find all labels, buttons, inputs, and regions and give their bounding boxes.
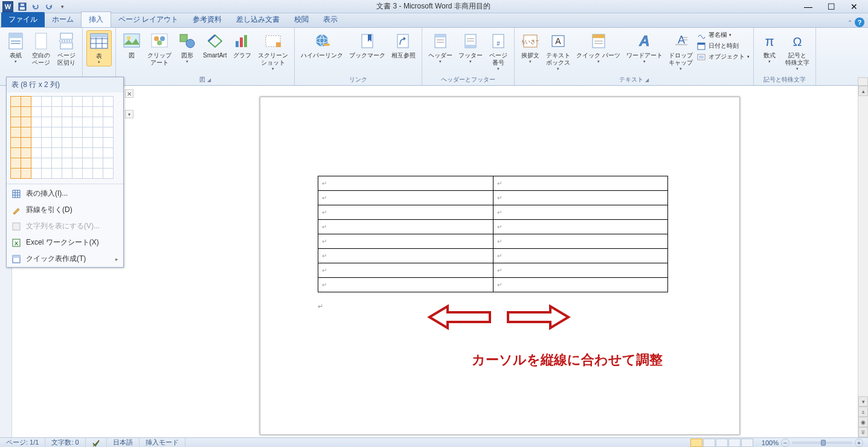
page-break-icon bbox=[57, 31, 76, 51]
svg-rect-5 bbox=[11, 40, 21, 42]
tab-file[interactable]: ファイル bbox=[1, 12, 45, 27]
draft-view-button[interactable] bbox=[741, 439, 753, 447]
zoom-in-button[interactable]: + bbox=[855, 439, 863, 447]
crossref-button[interactable]: 相互参照 bbox=[389, 30, 418, 60]
status-language[interactable]: 日本語 bbox=[107, 438, 140, 447]
undo-icon[interactable] bbox=[30, 1, 41, 12]
redo-icon[interactable] bbox=[43, 1, 54, 12]
greeting-button[interactable]: あいさつ挨拶文▾ bbox=[518, 30, 542, 65]
table-size-grid[interactable] bbox=[7, 92, 123, 182]
print-layout-view-button[interactable] bbox=[690, 439, 702, 447]
excel-worksheet-item[interactable]: XExcel ワークシート(X) bbox=[7, 234, 123, 251]
save-icon[interactable] bbox=[17, 1, 28, 12]
tab-home[interactable]: ホーム bbox=[45, 12, 81, 27]
status-page[interactable]: ページ: 1/1 bbox=[0, 438, 45, 447]
browse-object-icon[interactable]: ◉ bbox=[858, 417, 868, 427]
smartart-button[interactable]: SmartArt bbox=[201, 30, 229, 60]
textbox-icon: A bbox=[548, 31, 568, 51]
textbox-button[interactable]: Aテキスト ボックス▾ bbox=[544, 30, 573, 72]
equation-icon: π bbox=[760, 31, 779, 51]
header-button[interactable]: ヘッダー▾ bbox=[426, 30, 455, 65]
bookmark-button[interactable]: ブックマーク bbox=[347, 30, 388, 60]
svg-rect-25 bbox=[236, 41, 239, 47]
scroll-down-icon[interactable]: ▾ bbox=[858, 396, 868, 407]
symbol-button[interactable]: Ω記号と 特殊文字▾ bbox=[783, 30, 812, 72]
submenu-arrow-icon: ▸ bbox=[115, 256, 118, 262]
chart-button[interactable]: グラフ bbox=[230, 30, 254, 60]
hyperlink-icon bbox=[312, 31, 332, 51]
maximize-button[interactable]: ☐ bbox=[822, 1, 840, 12]
zoom-out-button[interactable]: − bbox=[781, 439, 789, 447]
scroll-up-icon[interactable]: ▴ bbox=[858, 86, 868, 96]
svg-text:#: # bbox=[497, 40, 501, 47]
blank-page-button[interactable]: 空白の ページ bbox=[29, 30, 53, 68]
quick-tables-item[interactable]: クイック表作成(T)▸ bbox=[7, 251, 123, 267]
screenshot-button[interactable]: スクリーン ショット▾ bbox=[256, 30, 291, 72]
status-insert-mode[interactable]: 挿入モード bbox=[140, 438, 185, 447]
titlebar: W ▾ 文書 3 - Microsoft Word 非商用目的 — ☐ ✕ bbox=[0, 0, 868, 13]
minimize-button[interactable]: — bbox=[799, 1, 817, 12]
tab-mailings[interactable]: 差し込み文書 bbox=[229, 12, 287, 27]
table-button[interactable]: 表▾ bbox=[86, 30, 112, 66]
scroll-track[interactable] bbox=[858, 96, 868, 407]
hyperlink-button[interactable]: ハイパーリンク bbox=[298, 30, 346, 60]
illust-dialog-launcher[interactable]: ◢ bbox=[207, 77, 211, 83]
annotation-text: カーソルを縦線に合わせて調整 bbox=[472, 351, 663, 369]
object-button[interactable]: オブジェクト ▾ bbox=[696, 52, 750, 62]
dropcap-button[interactable]: Aドロップ キャップ▾ bbox=[666, 30, 695, 72]
svg-rect-27 bbox=[244, 35, 247, 47]
text-dialog-launcher[interactable]: ◢ bbox=[645, 77, 649, 83]
draw-table-item[interactable]: 罫線を引く(D) bbox=[7, 202, 123, 218]
zoom-level[interactable]: 100% bbox=[762, 439, 779, 446]
svg-text:X: X bbox=[14, 240, 18, 246]
svg-rect-61 bbox=[699, 56, 704, 59]
zoom-thumb[interactable] bbox=[821, 440, 826, 446]
svg-rect-9 bbox=[60, 43, 72, 49]
web-layout-view-button[interactable] bbox=[716, 439, 728, 447]
zoom-slider[interactable] bbox=[792, 442, 852, 444]
tab-review[interactable]: 校閲 bbox=[287, 12, 316, 27]
svg-rect-8 bbox=[60, 33, 72, 39]
equation-button[interactable]: π数式▾ bbox=[757, 30, 782, 65]
tab-insert[interactable]: 挿入 bbox=[81, 11, 111, 27]
quickparts-button[interactable]: クイック パーツ▾ bbox=[574, 30, 623, 65]
svg-text:A: A bbox=[639, 33, 650, 49]
footer-button[interactable]: フッター▾ bbox=[456, 30, 485, 65]
qat-customize-icon[interactable]: ▾ bbox=[57, 1, 68, 12]
vertical-scrollbar[interactable]: ▴ ▾ ± ◉ ∓ bbox=[858, 86, 868, 437]
prev-page-icon[interactable]: ± bbox=[858, 407, 868, 417]
fullscreen-view-button[interactable] bbox=[703, 439, 715, 447]
outline-view-button[interactable] bbox=[728, 439, 741, 447]
shapes-button[interactable]: 図形▾ bbox=[175, 30, 199, 65]
signature-line-button[interactable]: 署名欄 ▾ bbox=[696, 30, 750, 40]
status-word-count[interactable]: 文字数: 0 bbox=[45, 438, 85, 447]
status-proofing[interactable] bbox=[86, 438, 107, 447]
close-button[interactable]: ✕ bbox=[845, 1, 863, 12]
svg-rect-2 bbox=[21, 4, 24, 6]
ruler-toggle-icon[interactable] bbox=[858, 77, 868, 86]
date-time-button[interactable]: 日付と時刻 bbox=[696, 41, 750, 51]
tab-page-layout[interactable]: ページ レイアウト bbox=[111, 12, 185, 27]
minimize-ribbon-icon[interactable]: ⌃ bbox=[847, 19, 852, 26]
help-icon[interactable]: ? bbox=[855, 18, 864, 27]
quick-access-toolbar: ▾ bbox=[17, 1, 68, 12]
tab-view[interactable]: 表示 bbox=[316, 12, 345, 27]
insert-table-item[interactable]: 表の挿入(I)... bbox=[7, 185, 123, 202]
view-buttons bbox=[687, 439, 757, 447]
tab-references[interactable]: 参考資料 bbox=[185, 12, 229, 27]
svg-point-21 bbox=[160, 36, 165, 41]
page-break-button[interactable]: ページ 区切り bbox=[54, 30, 79, 68]
page-number-button[interactable]: #ページ 番号▾ bbox=[486, 30, 510, 72]
close-panel-icon[interactable]: ✕ bbox=[125, 89, 133, 98]
wordart-button[interactable]: Aワードアート▾ bbox=[624, 30, 665, 65]
picture-button[interactable]: 図 bbox=[120, 30, 144, 60]
document-table[interactable]: ↵↵↵↵↵↵↵↵↵↵↵↵↵↵↵↵ bbox=[318, 176, 668, 292]
wordart-icon: A bbox=[635, 31, 654, 51]
clipart-button[interactable]: クリップ アート bbox=[145, 30, 174, 68]
panel-dropdown-icon[interactable]: ▾ bbox=[125, 110, 133, 118]
table-dropdown-title: 表 (8 行 x 2 列) bbox=[7, 77, 123, 92]
table-icon bbox=[89, 32, 109, 51]
cover-page-button[interactable]: 表紙▾ bbox=[4, 30, 28, 65]
svg-rect-7 bbox=[36, 33, 47, 49]
next-page-icon[interactable]: ∓ bbox=[858, 427, 868, 437]
